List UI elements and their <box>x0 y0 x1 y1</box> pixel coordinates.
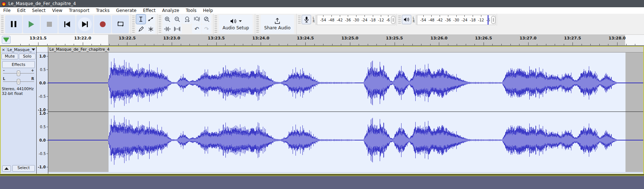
track-menu-caret-icon <box>32 49 35 51</box>
menu-item-select[interactable]: Select <box>29 8 49 13</box>
pan-slider[interactable]: L R <box>3 77 34 85</box>
waveform-channel-left[interactable] <box>48 52 643 112</box>
timeline-minor-tick <box>234 44 235 45</box>
timeline-options-button[interactable] <box>2 36 11 44</box>
menu-item-tools[interactable]: Tools <box>183 8 200 13</box>
record-button[interactable] <box>94 15 111 33</box>
solo-button[interactable]: Solo <box>19 54 36 59</box>
loop-button[interactable] <box>112 15 129 33</box>
timeline-major-tick <box>350 42 350 45</box>
recording-meter-channel-labels: LR <box>311 15 316 25</box>
playback-meter-scale: -54-48-42-36-30-24-18-12-6 <box>420 15 490 25</box>
trim-audio-icon <box>164 26 171 32</box>
effects-button[interactable]: Effects <box>2 61 35 68</box>
gain-max-label: + <box>31 68 34 72</box>
playback-level-mark <box>488 15 489 25</box>
menu-item-tracks[interactable]: Tracks <box>93 8 113 13</box>
playback-meter-channel-l: L <box>413 17 415 20</box>
trim-audio-button[interactable] <box>163 24 172 34</box>
track-select-button[interactable]: Select <box>12 165 35 172</box>
timeline-time-label: 13:22.0 <box>74 36 91 41</box>
zoom-toggle-button[interactable] <box>202 14 211 24</box>
pan-slider-thumb[interactable] <box>17 79 20 84</box>
fit-project-button[interactable] <box>192 14 201 24</box>
audacity-logo-icon <box>1 1 6 6</box>
share-audio-button[interactable]: Share Audio <box>261 15 294 34</box>
audio-setup-button[interactable]: Audio Setup <box>219 15 253 34</box>
envelope-tool-button[interactable] <box>146 14 155 24</box>
menu-item-transport[interactable]: Transport <box>66 8 93 13</box>
fit-selection-button[interactable] <box>182 14 192 24</box>
menu-item-generate[interactable]: Generate <box>113 8 140 13</box>
draw-tool-button[interactable] <box>136 24 146 34</box>
tools-toolbar-grip[interactable] <box>132 16 135 33</box>
silence-audio-button[interactable] <box>172 24 182 34</box>
undo-button[interactable]: ↶ <box>192 24 201 34</box>
recording-meter-mic-button[interactable] <box>302 15 311 24</box>
timeline-time-label: 13:27.0 <box>519 36 537 41</box>
timeline-time-label: 13:25.0 <box>341 36 358 41</box>
playback-volume-slider-thumb[interactable] <box>491 16 496 24</box>
loop-icon <box>117 21 125 28</box>
timeline-minor-tick <box>118 44 119 45</box>
timeline-minor-tick <box>519 44 519 45</box>
menu-item-view[interactable]: View <box>49 8 65 13</box>
amplitude-label: 1.0 <box>39 54 46 58</box>
recording-meter-grip[interactable] <box>298 16 301 24</box>
timeline-minor-tick <box>74 44 74 45</box>
edit-toolbar-grip[interactable] <box>159 16 161 33</box>
skip-to-start-button[interactable] <box>58 15 76 33</box>
collapse-icon <box>4 167 9 170</box>
play-button[interactable] <box>23 15 40 33</box>
menu-item-edit[interactable]: Edit <box>14 8 29 13</box>
timeline-major-tick <box>172 42 172 45</box>
menu-item-analyze[interactable]: Analyze <box>159 8 182 13</box>
menu-item-help[interactable]: Help <box>200 8 216 13</box>
gain-slider[interactable]: – + <box>3 69 34 77</box>
envelope-icon <box>148 17 154 22</box>
timeline-minor-tick <box>189 44 190 45</box>
timeline-options-icon <box>3 38 9 42</box>
zoom-out-button[interactable] <box>172 14 182 24</box>
timeline-minor-tick <box>501 44 502 45</box>
share-audio-grip[interactable] <box>256 16 259 33</box>
playback-meter-grip[interactable] <box>398 16 401 24</box>
pause-button[interactable] <box>5 15 22 33</box>
audio-setup-grip[interactable] <box>215 16 217 33</box>
playback-meter-speaker-button[interactable] <box>402 15 411 24</box>
menu-item-file[interactable]: File <box>0 8 14 13</box>
track-close-button[interactable]: × <box>1 47 7 52</box>
recording-meter[interactable]: -54-48-42-36-30-24-18-12-6 <box>317 15 395 25</box>
timeline-minor-tick <box>20 44 21 45</box>
multi-tool-button[interactable] <box>146 24 155 34</box>
waveform-channel-right[interactable] <box>48 112 643 172</box>
audio-setup-caret-icon <box>239 20 242 22</box>
recording-volume-slider-thumb[interactable] <box>391 16 395 24</box>
speaker-icon <box>230 18 237 24</box>
transport-toolbar-grip[interactable] <box>1 16 4 33</box>
window-title: Le_Masque_de_Fer_chapitre_4 <box>8 1 76 6</box>
recording-meter-db-label: -18 <box>370 15 375 25</box>
amplitude-tick <box>46 83 48 83</box>
timeline-ruler[interactable]: 13:21.513:22.013:22.513:23.013:23.513:24… <box>0 35 644 46</box>
playback-meter-channel-labels: LR <box>411 15 416 25</box>
timeline-major-tick <box>127 42 127 45</box>
undo-icon: ↶ <box>195 26 199 32</box>
gain-slider-thumb[interactable] <box>17 71 20 76</box>
menu-item-effect[interactable]: Effect <box>140 8 159 13</box>
stop-button[interactable] <box>41 15 58 33</box>
playback-meter[interactable]: -54-48-42-36-30-24-18-12-6 <box>417 15 496 25</box>
selection-tool-button[interactable] <box>136 14 146 24</box>
redo-icon: ↷ <box>204 26 209 32</box>
track-menu-button[interactable]: Le_Masque_ <box>7 47 36 52</box>
clip-title-bar[interactable]: Le_Masque_de_Fer_chapitre_4 <box>48 47 643 52</box>
zoom-in-button[interactable] <box>163 14 172 24</box>
title-bar: Le_Masque_de_Fer_chapitre_4 <box>0 0 644 7</box>
skip-to-end-button[interactable] <box>76 15 93 33</box>
recording-meter-db-label: -6 <box>386 15 390 25</box>
collapse-track-button[interactable] <box>2 165 11 172</box>
redo-button[interactable]: ↷ <box>202 24 211 34</box>
edit-toolbar-spacer <box>182 24 192 34</box>
mute-button[interactable]: Mute <box>1 54 18 59</box>
vertical-scale-ruler[interactable]: 1.00.50.0-0.5-1.0 1.00.50.0-0.5-1.0 <box>37 47 48 174</box>
